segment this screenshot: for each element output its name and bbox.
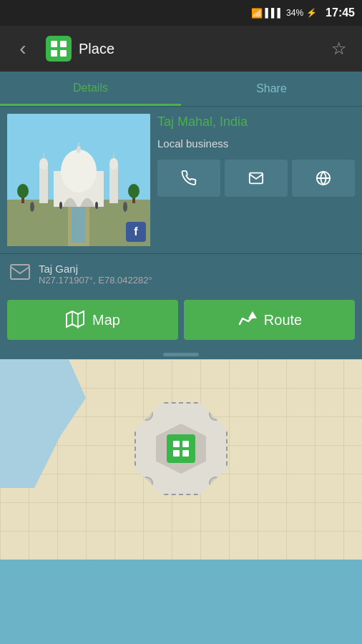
place-name: Taj Mahal, India [157, 114, 355, 130]
svg-marker-31 [248, 311, 257, 318]
grid-icon [49, 39, 68, 58]
route-icon [237, 310, 257, 330]
email-button[interactable] [225, 160, 288, 197]
tab-share[interactable]: Share [181, 72, 362, 106]
status-bar: 📶 ▌▌▌ 34% ⚡ 17:45 [0, 0, 362, 26]
route-button-label: Route [264, 312, 302, 328]
bottom-buttons: Map Route [0, 294, 362, 348]
title-area: Place [40, 36, 322, 62]
svg-rect-0 [51, 41, 57, 47]
facebook-badge: f [126, 222, 146, 242]
map-marker [131, 402, 231, 517]
address-coords: N27.171907°, E78.042282° [39, 275, 152, 286]
svg-rect-12 [39, 164, 48, 203]
address-name: Taj Ganj [39, 263, 152, 275]
drag-indicator [0, 348, 362, 359]
corner-circle-tr [209, 408, 222, 421]
wifi-icon: 📶 [251, 8, 263, 19]
svg-rect-2 [51, 50, 57, 57]
water-area [0, 359, 86, 488]
web-button[interactable] [292, 160, 355, 197]
svg-rect-15 [109, 164, 118, 203]
route-button[interactable]: Route [184, 300, 355, 340]
pin-grid-icon [172, 439, 190, 458]
phone-button[interactable] [157, 160, 220, 197]
svg-rect-32 [173, 441, 180, 447]
content-area: f Taj Mahal, India Local business [0, 107, 362, 253]
svg-point-9 [61, 150, 97, 192]
svg-point-25 [95, 202, 98, 209]
globe-icon [315, 170, 331, 186]
envelope-icon [10, 264, 30, 280]
map-pin [131, 402, 231, 517]
map-icon [65, 310, 85, 330]
svg-point-19 [17, 184, 29, 198]
email-icon [248, 170, 264, 186]
pin-logo [167, 434, 195, 463]
top-bar: ‹ Place ☆ [0, 26, 362, 72]
map-button-label: Map [92, 312, 120, 328]
favorite-button[interactable]: ☆ [322, 31, 356, 66]
place-category: Local business [157, 137, 355, 150]
svg-rect-35 [182, 450, 189, 457]
svg-point-23 [123, 202, 127, 212]
svg-rect-33 [182, 441, 189, 447]
place-image: f [7, 114, 150, 246]
corner-circle-bl [140, 477, 153, 489]
battery-icon: ⚡ [306, 8, 317, 18]
svg-point-13 [39, 158, 48, 170]
map-area[interactable] [0, 359, 362, 560]
corner-circle-br [209, 477, 222, 489]
address-text-block: Taj Ganj N27.171907°, E78.042282° [39, 263, 152, 286]
corner-circle-tl [140, 408, 153, 421]
svg-rect-3 [60, 50, 67, 57]
status-time: 17:45 [326, 6, 355, 19]
svg-point-24 [59, 202, 62, 209]
svg-point-21 [128, 184, 140, 198]
back-icon: ‹ [19, 37, 26, 60]
drag-bar [163, 353, 199, 356]
address-icon [10, 264, 30, 284]
place-panel: Details Share [0, 72, 362, 359]
svg-rect-1 [60, 41, 67, 47]
back-button[interactable]: ‹ [6, 31, 40, 66]
action-buttons [157, 160, 355, 197]
svg-point-22 [30, 202, 34, 212]
svg-rect-34 [173, 450, 180, 457]
place-info: Taj Mahal, India Local business [157, 114, 355, 246]
signal-bars: ▌▌▌ [265, 8, 284, 18]
phone-icon [181, 170, 197, 186]
battery-percent: 34% [286, 8, 303, 18]
tab-details[interactable]: Details [0, 72, 181, 106]
svg-point-16 [109, 158, 118, 170]
map-button[interactable]: Map [7, 300, 178, 340]
star-icon: ☆ [331, 39, 347, 59]
tabs-bar: Details Share [0, 72, 362, 107]
svg-rect-7 [72, 207, 86, 243]
svg-point-11 [77, 146, 81, 153]
svg-rect-28 [11, 265, 29, 279]
address-row: Taj Ganj N27.171907°, E78.042282° [0, 253, 362, 294]
pin-octagon [134, 402, 228, 495]
place-icon-box [46, 36, 72, 62]
status-icons: 📶 ▌▌▌ 34% ⚡ [251, 8, 318, 19]
page-title: Place [79, 41, 114, 57]
